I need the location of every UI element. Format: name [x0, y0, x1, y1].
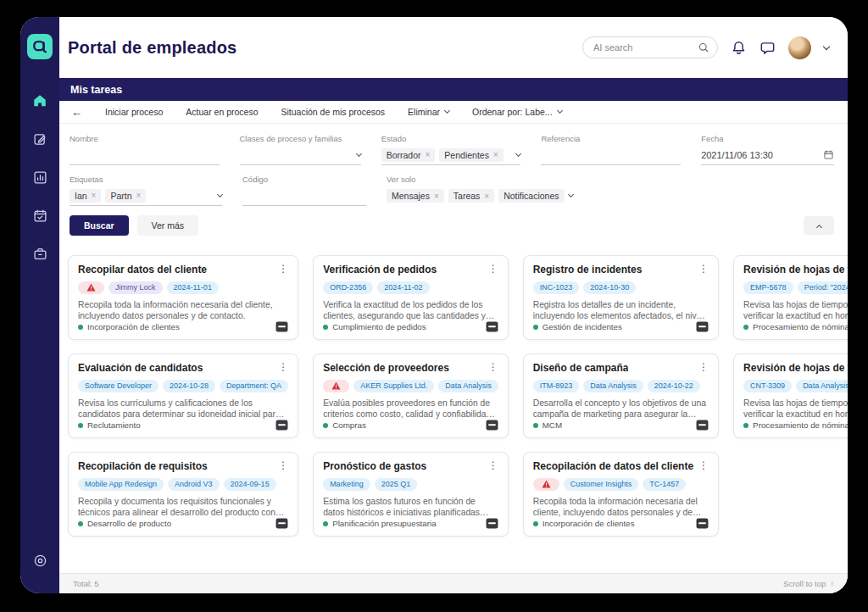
- card-badge: Mobile App Redesign: [78, 478, 164, 491]
- task-card[interactable]: Selección de proveedores ⋮ AKER Supplies…: [313, 353, 509, 438]
- task-card[interactable]: Recopilación de datos del cliente ⋮ Cust…: [523, 452, 719, 537]
- task-card[interactable]: Pronóstico de gastos ⋮ Marketing2025 Q1 …: [313, 452, 509, 537]
- chip-close-icon[interactable]: ×: [92, 191, 97, 200]
- card-badge: Android V3: [168, 478, 220, 491]
- briefcase-icon[interactable]: [32, 246, 47, 261]
- chip-tareas[interactable]: Tareas×: [448, 189, 494, 203]
- chevron-down-icon[interactable]: [356, 150, 362, 156]
- ver-mas-button[interactable]: Ver más: [137, 215, 199, 236]
- card-category: Planificación presupuestaria: [332, 519, 437, 528]
- notifications-bell-icon[interactable]: [731, 40, 747, 56]
- collapse-filters-button[interactable]: [804, 216, 834, 235]
- status-dot-icon: [323, 521, 328, 526]
- card-badges: Customer InsightsTC-1457: [533, 478, 709, 491]
- archive-icon[interactable]: [696, 420, 709, 431]
- chip-close-icon[interactable]: ×: [484, 192, 489, 201]
- app-logo-icon[interactable]: [27, 34, 53, 59]
- arrow-up-icon: ↑: [830, 579, 834, 588]
- archive-icon[interactable]: [486, 420, 498, 431]
- filter-clases: Clases de proceso y familias: [240, 134, 361, 165]
- toolbar-iniciar-proceso[interactable]: Iniciar proceso: [105, 107, 163, 117]
- kebab-menu-icon[interactable]: ⋮: [273, 362, 288, 372]
- user-avatar[interactable]: [788, 36, 811, 59]
- card-badges: ORD-23562024-11-02: [323, 281, 498, 294]
- search-icon[interactable]: [698, 42, 709, 53]
- chip-close-icon[interactable]: ×: [434, 192, 439, 201]
- chip-ian[interactable]: Ian×: [70, 189, 101, 203]
- search-input[interactable]: [593, 42, 698, 53]
- chip-borrador[interactable]: Borrador×: [381, 148, 436, 162]
- chip-notificaciones[interactable]: Notificaciones: [498, 189, 564, 203]
- edit-process-icon[interactable]: [32, 131, 47, 147]
- back-arrow-icon[interactable]: ←: [71, 106, 82, 119]
- fecha-input[interactable]: [701, 150, 819, 160]
- card-badges: Mobile App RedesignAndroid V32024-09-15: [78, 478, 288, 491]
- card-category: MCM: [542, 420, 562, 430]
- archive-icon[interactable]: [275, 321, 288, 332]
- codigo-input[interactable]: [242, 191, 366, 201]
- filter-nombre: Nombre: [70, 134, 220, 165]
- home-icon[interactable]: [32, 93, 47, 108]
- chip-close-icon[interactable]: ×: [426, 150, 431, 159]
- calendar-tasks-icon[interactable]: [32, 208, 47, 223]
- toolbar-situacion-procesos[interactable]: Situación de mis procesos: [281, 107, 386, 117]
- scroll-to-top[interactable]: Scroll to top ↑: [783, 579, 834, 588]
- kebab-menu-icon[interactable]: ⋮: [483, 460, 498, 470]
- settings-icon[interactable]: [32, 553, 47, 568]
- archive-icon[interactable]: [275, 518, 288, 529]
- kebab-menu-icon[interactable]: ⋮: [693, 362, 709, 372]
- archive-icon[interactable]: [275, 420, 288, 431]
- chip-mensajes[interactable]: Mensajes×: [387, 189, 444, 203]
- card-badges: EMP-5678Period: "2024-10-01 to 2024-10-3…: [743, 281, 848, 294]
- card-description: Revisa las hojas de tiempo enviadas para…: [743, 398, 848, 420]
- task-card[interactable]: Diseño de campaña ⋮ ITM-8923Data Analysi…: [523, 353, 719, 438]
- status-dot-icon: [323, 325, 328, 330]
- task-card[interactable]: Registro de incidentes ⋮ INC-10232024-10…: [523, 255, 719, 340]
- kebab-menu-icon[interactable]: ⋮: [693, 460, 709, 470]
- referencia-input[interactable]: [541, 150, 681, 160]
- kebab-menu-icon[interactable]: ⋮: [483, 264, 498, 274]
- kebab-menu-icon[interactable]: ⋮: [273, 460, 288, 470]
- status-dot-icon: [78, 325, 83, 330]
- chip-close-icon[interactable]: ×: [136, 191, 142, 200]
- archive-icon[interactable]: [486, 321, 498, 332]
- buscar-button[interactable]: Buscar: [70, 215, 129, 236]
- task-card[interactable]: Evaluación de candidatos ⋮ Software Deve…: [68, 353, 298, 438]
- kebab-menu-icon[interactable]: ⋮: [273, 264, 288, 274]
- ai-search[interactable]: [582, 36, 718, 58]
- nombre-input[interactable]: [70, 150, 220, 160]
- task-card[interactable]: Verificación de pedidos ⋮ ORD-23562024-1…: [313, 255, 509, 340]
- task-card[interactable]: Recopilar datos del cliente ⋮ Jimmy Lock…: [68, 255, 298, 340]
- chevron-down-icon[interactable]: [217, 191, 223, 197]
- toolbar-actuar-en-proceso[interactable]: Actuar en proceso: [186, 107, 258, 117]
- status-dot-icon: [533, 521, 538, 526]
- kebab-menu-icon[interactable]: ⋮: [693, 264, 709, 274]
- card-badge: ORD-2356: [323, 281, 373, 294]
- card-badges: ITM-8923Data Analysis2024-10-22: [533, 380, 709, 392]
- chip-close-icon[interactable]: ×: [493, 150, 498, 159]
- card-badge: 2024-10-22: [648, 380, 700, 392]
- profile-chevron-down-icon[interactable]: [823, 42, 830, 49]
- chat-icon[interactable]: [760, 40, 776, 56]
- filter-ver-solo: Ver solo Mensajes× Tareas× Notificacione…: [387, 175, 600, 206]
- warning-badge: [533, 478, 559, 491]
- task-card[interactable]: Revisión de hojas de tiempo ⋮ EMP-5678Pe…: [733, 255, 848, 340]
- card-badge: ITM-8923: [533, 380, 580, 392]
- filter-etiquetas: Etiquetas Ian× Partn×: [70, 175, 222, 206]
- archive-icon[interactable]: [486, 518, 498, 529]
- filter-codigo: Código: [242, 175, 366, 206]
- chip-partn[interactable]: Partn×: [105, 189, 146, 203]
- archive-icon[interactable]: [696, 518, 709, 529]
- task-card[interactable]: Revisión de hojas de tiempo ⋮ CNT-3309Da…: [733, 353, 848, 438]
- chevron-down-icon[interactable]: [567, 192, 573, 198]
- archive-icon[interactable]: [696, 321, 709, 332]
- task-card[interactable]: Recopilación de requisitos ⋮ Mobile App …: [68, 452, 298, 537]
- toolbar-ordenar-dropdown[interactable]: Ordenar por: Labe...: [472, 107, 562, 117]
- calendar-icon[interactable]: [823, 149, 834, 160]
- toolbar-eliminar-dropdown[interactable]: Eliminar: [408, 107, 449, 117]
- kebab-menu-icon[interactable]: ⋮: [483, 362, 498, 372]
- reports-chart-icon[interactable]: [32, 170, 47, 185]
- chevron-down-icon[interactable]: [515, 150, 521, 156]
- card-title: Evaluación de candidatos: [78, 362, 203, 374]
- chip-pendientes[interactable]: Pendientes×: [439, 148, 503, 162]
